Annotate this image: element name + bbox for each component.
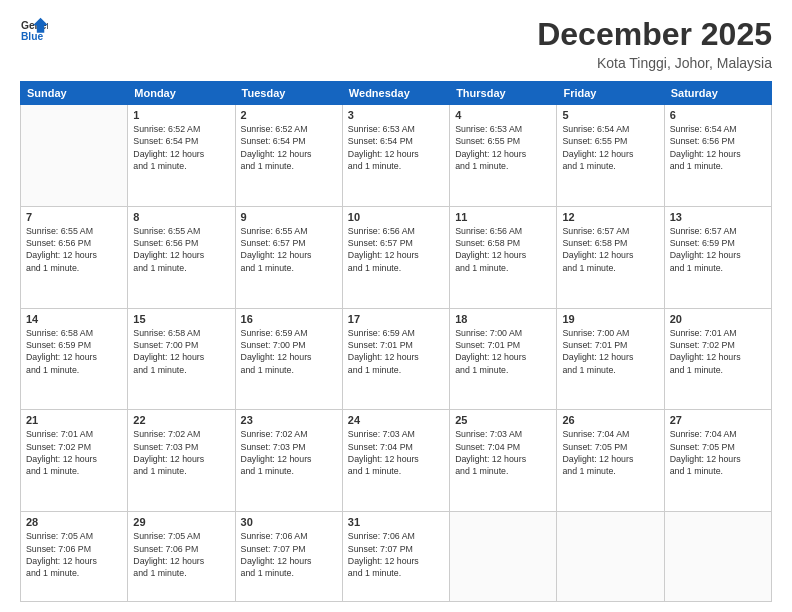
table-row: 21Sunrise: 7:01 AM Sunset: 7:02 PM Dayli…	[21, 410, 128, 512]
table-row	[664, 512, 771, 602]
day-number: 22	[133, 414, 229, 426]
day-number: 27	[670, 414, 766, 426]
day-info: Sunrise: 6:53 AM Sunset: 6:55 PM Dayligh…	[455, 123, 551, 172]
table-row: 28Sunrise: 7:05 AM Sunset: 7:06 PM Dayli…	[21, 512, 128, 602]
table-row: 31Sunrise: 7:06 AM Sunset: 7:07 PM Dayli…	[342, 512, 449, 602]
table-row: 12Sunrise: 6:57 AM Sunset: 6:58 PM Dayli…	[557, 206, 664, 308]
day-number: 23	[241, 414, 337, 426]
table-row: 29Sunrise: 7:05 AM Sunset: 7:06 PM Dayli…	[128, 512, 235, 602]
col-sunday: Sunday	[21, 82, 128, 105]
day-number: 18	[455, 313, 551, 325]
day-info: Sunrise: 6:57 AM Sunset: 6:59 PM Dayligh…	[670, 225, 766, 274]
day-number: 26	[562, 414, 658, 426]
col-tuesday: Tuesday	[235, 82, 342, 105]
page-header: General Blue December 2025 Kota Tinggi, …	[20, 16, 772, 71]
logo-icon: General Blue	[20, 16, 48, 44]
day-number: 20	[670, 313, 766, 325]
col-friday: Friday	[557, 82, 664, 105]
day-info: Sunrise: 6:55 AM Sunset: 6:56 PM Dayligh…	[26, 225, 122, 274]
calendar-page: General Blue December 2025 Kota Tinggi, …	[0, 0, 792, 612]
table-row	[557, 512, 664, 602]
calendar-table: Sunday Monday Tuesday Wednesday Thursday…	[20, 81, 772, 602]
location: Kota Tinggi, Johor, Malaysia	[537, 55, 772, 71]
table-row: 2Sunrise: 6:52 AM Sunset: 6:54 PM Daylig…	[235, 105, 342, 207]
day-info: Sunrise: 7:05 AM Sunset: 7:06 PM Dayligh…	[26, 530, 122, 579]
day-info: Sunrise: 7:01 AM Sunset: 7:02 PM Dayligh…	[26, 428, 122, 477]
day-info: Sunrise: 7:00 AM Sunset: 7:01 PM Dayligh…	[562, 327, 658, 376]
logo: General Blue	[20, 16, 48, 44]
svg-text:Blue: Blue	[21, 31, 44, 42]
day-number: 21	[26, 414, 122, 426]
day-info: Sunrise: 7:05 AM Sunset: 7:06 PM Dayligh…	[133, 530, 229, 579]
day-info: Sunrise: 7:06 AM Sunset: 7:07 PM Dayligh…	[348, 530, 444, 579]
table-row: 18Sunrise: 7:00 AM Sunset: 7:01 PM Dayli…	[450, 308, 557, 410]
day-info: Sunrise: 6:54 AM Sunset: 6:55 PM Dayligh…	[562, 123, 658, 172]
day-number: 5	[562, 109, 658, 121]
day-number: 4	[455, 109, 551, 121]
table-row: 19Sunrise: 7:00 AM Sunset: 7:01 PM Dayli…	[557, 308, 664, 410]
day-info: Sunrise: 6:52 AM Sunset: 6:54 PM Dayligh…	[241, 123, 337, 172]
table-row: 24Sunrise: 7:03 AM Sunset: 7:04 PM Dayli…	[342, 410, 449, 512]
col-wednesday: Wednesday	[342, 82, 449, 105]
col-monday: Monday	[128, 82, 235, 105]
day-number: 8	[133, 211, 229, 223]
day-info: Sunrise: 7:03 AM Sunset: 7:04 PM Dayligh…	[348, 428, 444, 477]
day-info: Sunrise: 6:52 AM Sunset: 6:54 PM Dayligh…	[133, 123, 229, 172]
day-number: 16	[241, 313, 337, 325]
day-number: 24	[348, 414, 444, 426]
table-row: 20Sunrise: 7:01 AM Sunset: 7:02 PM Dayli…	[664, 308, 771, 410]
day-info: Sunrise: 6:54 AM Sunset: 6:56 PM Dayligh…	[670, 123, 766, 172]
day-info: Sunrise: 7:06 AM Sunset: 7:07 PM Dayligh…	[241, 530, 337, 579]
day-info: Sunrise: 7:03 AM Sunset: 7:04 PM Dayligh…	[455, 428, 551, 477]
table-row: 9Sunrise: 6:55 AM Sunset: 6:57 PM Daylig…	[235, 206, 342, 308]
day-number: 29	[133, 516, 229, 528]
table-row: 13Sunrise: 6:57 AM Sunset: 6:59 PM Dayli…	[664, 206, 771, 308]
table-row: 14Sunrise: 6:58 AM Sunset: 6:59 PM Dayli…	[21, 308, 128, 410]
month-title: December 2025	[537, 16, 772, 53]
col-saturday: Saturday	[664, 82, 771, 105]
day-number: 25	[455, 414, 551, 426]
day-number: 30	[241, 516, 337, 528]
day-info: Sunrise: 6:59 AM Sunset: 7:01 PM Dayligh…	[348, 327, 444, 376]
day-number: 1	[133, 109, 229, 121]
day-number: 13	[670, 211, 766, 223]
day-info: Sunrise: 7:04 AM Sunset: 7:05 PM Dayligh…	[562, 428, 658, 477]
day-info: Sunrise: 6:56 AM Sunset: 6:58 PM Dayligh…	[455, 225, 551, 274]
day-info: Sunrise: 6:57 AM Sunset: 6:58 PM Dayligh…	[562, 225, 658, 274]
day-number: 3	[348, 109, 444, 121]
day-number: 31	[348, 516, 444, 528]
table-row: 16Sunrise: 6:59 AM Sunset: 7:00 PM Dayli…	[235, 308, 342, 410]
day-info: Sunrise: 7:01 AM Sunset: 7:02 PM Dayligh…	[670, 327, 766, 376]
table-row	[450, 512, 557, 602]
table-row: 23Sunrise: 7:02 AM Sunset: 7:03 PM Dayli…	[235, 410, 342, 512]
table-row: 3Sunrise: 6:53 AM Sunset: 6:54 PM Daylig…	[342, 105, 449, 207]
day-info: Sunrise: 6:59 AM Sunset: 7:00 PM Dayligh…	[241, 327, 337, 376]
day-info: Sunrise: 6:55 AM Sunset: 6:56 PM Dayligh…	[133, 225, 229, 274]
day-number: 6	[670, 109, 766, 121]
day-info: Sunrise: 6:56 AM Sunset: 6:57 PM Dayligh…	[348, 225, 444, 274]
table-row: 1Sunrise: 6:52 AM Sunset: 6:54 PM Daylig…	[128, 105, 235, 207]
table-row: 8Sunrise: 6:55 AM Sunset: 6:56 PM Daylig…	[128, 206, 235, 308]
col-thursday: Thursday	[450, 82, 557, 105]
table-row: 17Sunrise: 6:59 AM Sunset: 7:01 PM Dayli…	[342, 308, 449, 410]
day-info: Sunrise: 7:04 AM Sunset: 7:05 PM Dayligh…	[670, 428, 766, 477]
day-info: Sunrise: 7:00 AM Sunset: 7:01 PM Dayligh…	[455, 327, 551, 376]
table-row: 10Sunrise: 6:56 AM Sunset: 6:57 PM Dayli…	[342, 206, 449, 308]
table-row: 4Sunrise: 6:53 AM Sunset: 6:55 PM Daylig…	[450, 105, 557, 207]
day-info: Sunrise: 6:53 AM Sunset: 6:54 PM Dayligh…	[348, 123, 444, 172]
table-row: 27Sunrise: 7:04 AM Sunset: 7:05 PM Dayli…	[664, 410, 771, 512]
table-row: 7Sunrise: 6:55 AM Sunset: 6:56 PM Daylig…	[21, 206, 128, 308]
table-row: 15Sunrise: 6:58 AM Sunset: 7:00 PM Dayli…	[128, 308, 235, 410]
day-info: Sunrise: 7:02 AM Sunset: 7:03 PM Dayligh…	[133, 428, 229, 477]
day-number: 7	[26, 211, 122, 223]
day-number: 15	[133, 313, 229, 325]
table-row: 6Sunrise: 6:54 AM Sunset: 6:56 PM Daylig…	[664, 105, 771, 207]
day-number: 28	[26, 516, 122, 528]
day-info: Sunrise: 7:02 AM Sunset: 7:03 PM Dayligh…	[241, 428, 337, 477]
table-row: 11Sunrise: 6:56 AM Sunset: 6:58 PM Dayli…	[450, 206, 557, 308]
day-number: 10	[348, 211, 444, 223]
day-info: Sunrise: 6:55 AM Sunset: 6:57 PM Dayligh…	[241, 225, 337, 274]
calendar-header-row: Sunday Monday Tuesday Wednesday Thursday…	[21, 82, 772, 105]
day-number: 19	[562, 313, 658, 325]
table-row: 5Sunrise: 6:54 AM Sunset: 6:55 PM Daylig…	[557, 105, 664, 207]
